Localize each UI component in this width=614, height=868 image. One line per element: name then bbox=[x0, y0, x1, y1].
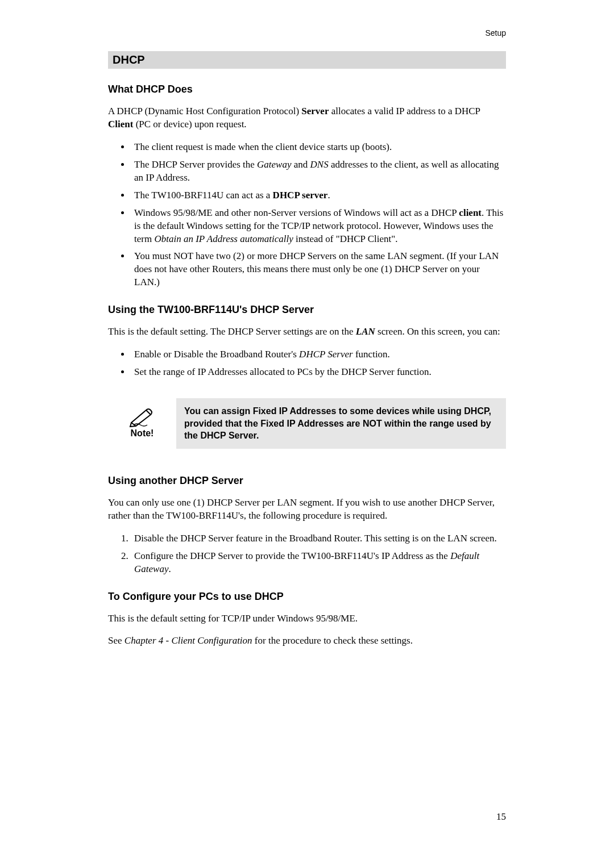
text-bold: DHCP server bbox=[273, 190, 328, 201]
text: instead of "DHCP Client". bbox=[293, 233, 398, 244]
text: (PC or device) upon request. bbox=[133, 119, 246, 130]
list-item: You must NOT have two (2) or more DHCP S… bbox=[131, 250, 506, 289]
heading-configure-pcs: To Configure your PCs to use DHCP bbox=[108, 591, 506, 603]
text: See bbox=[108, 635, 125, 646]
paragraph: A DHCP (Dynamic Host Configuration Proto… bbox=[108, 105, 506, 131]
text-bolditalic: LAN bbox=[356, 326, 375, 337]
text: The DHCP Server provides the bbox=[134, 159, 257, 170]
header-label: Setup bbox=[485, 28, 506, 37]
text: . bbox=[168, 564, 171, 574]
text: This is the default setting. The DHCP Se… bbox=[108, 326, 356, 337]
text-bold: Client bbox=[108, 119, 133, 130]
note-text: You can assign Fixed IP Addresses to som… bbox=[176, 398, 506, 449]
page-number: 15 bbox=[496, 811, 506, 823]
text-italic: DNS bbox=[310, 159, 329, 170]
text-italic: Gateway bbox=[257, 159, 291, 170]
text: for the procedure to check these setting… bbox=[252, 635, 413, 646]
text: screen. On this screen, you can: bbox=[375, 326, 500, 337]
paragraph: This is the default setting for TCP/IP u… bbox=[108, 612, 506, 625]
text-italic: Obtain an IP Address automatically bbox=[154, 233, 293, 244]
list-item: The TW100-BRF114U can act as a DHCP serv… bbox=[131, 189, 506, 202]
list-item: Disable the DHCP Server feature in the B… bbox=[131, 532, 506, 545]
text: Enable or Disable the Broadband Router's bbox=[134, 349, 299, 360]
text: allocates a valid IP address to a DHCP bbox=[329, 106, 480, 116]
list-item: Set the range of IP Addresses allocated … bbox=[131, 366, 506, 379]
list-item: Enable or Disable the Broadband Router's… bbox=[131, 348, 506, 361]
list-item: Configure the DHCP Server to provide the… bbox=[131, 550, 506, 576]
note-callout: Note! You can assign Fixed IP Addresses … bbox=[108, 398, 506, 449]
section-title: DHCP bbox=[108, 51, 506, 69]
text: and bbox=[292, 159, 310, 170]
text-bold: Server bbox=[301, 106, 329, 116]
bullet-list: Enable or Disable the Broadband Router's… bbox=[108, 348, 506, 379]
heading-using-another-dhcp: Using another DHCP Server bbox=[108, 475, 506, 487]
list-item: Windows 95/98/ME and other non-Server ve… bbox=[131, 207, 506, 246]
note-icon-cell: Note! bbox=[108, 408, 176, 439]
heading-what-dhcp-does: What DHCP Does bbox=[108, 84, 506, 95]
text: A DHCP (Dynamic Host Configuration Proto… bbox=[108, 106, 301, 116]
text: Configure the DHCP Server to provide the… bbox=[134, 550, 450, 561]
paragraph: You can only use one (1) DHCP Server per… bbox=[108, 496, 506, 523]
pencil-note-icon bbox=[129, 408, 155, 427]
text-italic: DHCP Server bbox=[299, 349, 353, 360]
text: Windows 95/98/ME and other non-Server ve… bbox=[134, 207, 459, 218]
numbered-list: Disable the DHCP Server feature in the B… bbox=[108, 532, 506, 576]
text-italic: Chapter 4 - Client Configuration bbox=[125, 635, 252, 646]
list-item: The client request is made when the clie… bbox=[131, 141, 506, 154]
text-bold: client bbox=[459, 207, 482, 218]
note-label: Note! bbox=[108, 428, 176, 439]
bullet-list: The client request is made when the clie… bbox=[108, 141, 506, 289]
heading-using-dhcp-server: Using the TW100-BRF114U's DHCP Server bbox=[108, 304, 506, 316]
paragraph: See Chapter 4 - Client Configuration for… bbox=[108, 635, 506, 648]
list-item: The DHCP Server provides the Gateway and… bbox=[131, 158, 506, 185]
paragraph: This is the default setting. The DHCP Se… bbox=[108, 326, 506, 339]
text: . bbox=[327, 190, 330, 201]
text: function. bbox=[353, 349, 390, 360]
page: Setup DHCP What DHCP Does A DHCP (Dynami… bbox=[0, 0, 614, 868]
text: The TW100-BRF114U can act as a bbox=[134, 190, 273, 201]
